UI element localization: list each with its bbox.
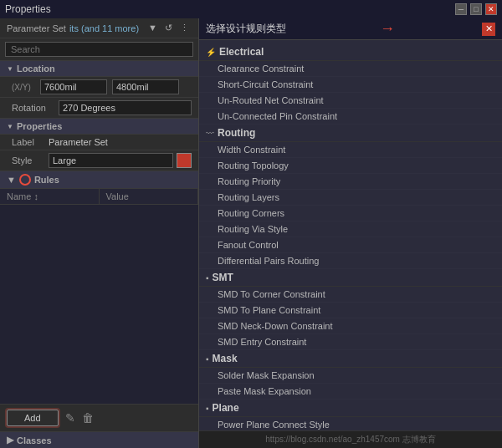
rules-table-body xyxy=(0,205,198,404)
rules-section: ▼ Rules Name ↕ Value Add ✎ 🗑 xyxy=(0,171,198,431)
location-triangle: ▼ xyxy=(7,65,13,73)
rule-item[interactable]: Un-Routed Net Constraint xyxy=(199,93,502,109)
rule-item[interactable]: Paste Mask Expansion xyxy=(199,384,502,400)
rule-item[interactable]: Power Plane Connect Style xyxy=(199,417,502,430)
properties-triangle: ▼ xyxy=(7,123,13,130)
rule-item[interactable]: Routing Priority xyxy=(199,174,502,190)
classes-header[interactable]: ▶ Classes xyxy=(0,431,198,448)
category-label: Plane xyxy=(213,402,239,414)
location-label: Location xyxy=(17,64,55,74)
xy-row: (X/Y) xyxy=(0,77,198,98)
right-close-button[interactable]: ✕ xyxy=(482,23,495,36)
rule-item[interactable]: Routing Layers xyxy=(199,190,502,206)
delete-icon[interactable]: 🗑 xyxy=(82,411,94,425)
close-button[interactable]: ✕ xyxy=(485,3,497,15)
rule-item[interactable]: Clearance Constraint xyxy=(199,61,502,77)
rule-item[interactable]: SMD To Corner Constraint xyxy=(199,287,502,303)
properties-label: Properties xyxy=(17,121,62,131)
xy-label: (X/Y) xyxy=(12,83,35,92)
main-content: Parameter Set its (and 11 more) ▼ ↺ ⋮ ▼ … xyxy=(0,18,502,448)
rule-category[interactable]: ▪Mask xyxy=(199,350,502,368)
rule-item[interactable]: Routing Via Style xyxy=(199,221,502,237)
menu-icon[interactable]: ⋮ xyxy=(177,22,192,34)
x-input[interactable] xyxy=(40,79,107,94)
rules-triangle: ▼ xyxy=(7,175,16,185)
right-top-bar: 选择设计规则类型 → ✕ xyxy=(199,18,502,40)
style-select-wrap: Large Small Medium xyxy=(49,153,192,168)
param-set-icons: ▼ ↺ ⋮ xyxy=(146,22,192,34)
rule-category[interactable]: ⚡Electrical xyxy=(199,43,502,61)
location-header[interactable]: ▼ Location xyxy=(0,61,198,77)
restore-button[interactable]: □ xyxy=(470,3,482,15)
properties-header[interactable]: ▼ Properties xyxy=(0,119,198,135)
rotation-label: Rotation xyxy=(12,103,54,113)
edit-icon[interactable]: ✎ xyxy=(65,411,75,425)
category-icon: ▪ xyxy=(206,404,209,413)
top-bar-title: Properties xyxy=(5,3,51,15)
rule-item[interactable]: Differential Pairs Routing xyxy=(199,253,502,269)
rule-item[interactable]: Routing Topology xyxy=(199,158,502,174)
search-bar xyxy=(0,38,198,61)
label-row: Label xyxy=(0,135,198,150)
category-label: SMT xyxy=(213,272,233,283)
classes-triangle: ▶ xyxy=(7,435,13,445)
left-panel: Parameter Set its (and 11 more) ▼ ↺ ⋮ ▼ … xyxy=(0,18,199,448)
style-field-label: Style xyxy=(12,155,44,165)
rules-col-name: Name ↕ xyxy=(0,189,100,204)
filter-icon[interactable]: ▼ xyxy=(146,22,160,34)
rules-categories-list: ⚡ElectricalClearance ConstraintShort-Cir… xyxy=(199,40,502,430)
refresh-icon[interactable]: ↺ xyxy=(162,22,175,34)
param-set-row: Parameter Set its (and 11 more) ▼ ↺ ⋮ xyxy=(0,18,198,38)
label-input[interactable] xyxy=(49,137,132,147)
rules-table: Name ↕ Value xyxy=(0,189,198,404)
category-icon: ▪ xyxy=(206,273,209,283)
category-label: Electrical xyxy=(219,46,264,58)
right-title: 选择设计规则类型 xyxy=(206,22,286,36)
rules-footer: Add ✎ 🗑 xyxy=(0,404,198,431)
style-select[interactable]: Large Small Medium xyxy=(49,153,173,168)
add-button[interactable]: Add xyxy=(7,410,59,426)
top-bar-controls: ─ □ ✕ xyxy=(455,3,497,15)
rotation-select[interactable]: 270 Degrees 0 Degrees 90 Degrees 180 Deg… xyxy=(59,100,192,115)
label-field-label: Label xyxy=(12,137,44,147)
color-swatch[interactable] xyxy=(177,153,192,168)
category-icon: ⚡ xyxy=(206,48,216,57)
top-bar: Properties ─ □ ✕ xyxy=(0,0,502,18)
rotation-row: Rotation 270 Degrees 0 Degrees 90 Degree… xyxy=(0,98,198,119)
rule-item[interactable]: Routing Corners xyxy=(199,206,502,221)
rules-label: Rules xyxy=(34,175,59,185)
category-icon: 〰 xyxy=(206,129,214,138)
category-label: Mask xyxy=(213,353,238,364)
rule-item[interactable]: Un-Connected Pin Constraint xyxy=(199,109,502,125)
rules-table-header: Name ↕ Value xyxy=(0,189,198,205)
category-icon: ▪ xyxy=(206,354,209,364)
rule-category[interactable]: ▪Plane xyxy=(199,400,502,417)
rules-col-value: Value xyxy=(100,189,199,204)
category-label: Routing xyxy=(218,127,255,139)
rule-item[interactable]: Short-Circuit Constraint xyxy=(199,77,502,93)
arrow-right-icon: → xyxy=(380,20,395,38)
rule-category[interactable]: 〰Routing xyxy=(199,125,502,142)
search-input[interactable] xyxy=(5,42,193,57)
rule-item[interactable]: Solder Mask Expansion xyxy=(199,368,502,384)
watermark: https://blog.csdn.net/ao_zh1457com 志博教育 xyxy=(199,430,502,448)
right-panel: 选择设计规则类型 → ✕ ⚡ElectricalClearance Constr… xyxy=(199,18,502,448)
rule-item[interactable]: SMD Entry Constraint xyxy=(199,334,502,350)
rule-category[interactable]: ▪SMT xyxy=(199,269,502,287)
param-set-label: Parameter Set xyxy=(7,23,66,33)
rules-badge xyxy=(19,174,31,186)
y-input[interactable] xyxy=(112,79,179,94)
rule-item[interactable]: Fanout Control xyxy=(199,237,502,253)
rule-item[interactable]: Width Constraint xyxy=(199,142,502,158)
rule-item[interactable]: SMD To Plane Constraint xyxy=(199,303,502,318)
param-set-value: its (and 11 more) xyxy=(69,23,139,33)
minimize-button[interactable]: ─ xyxy=(455,3,467,15)
classes-label: Classes xyxy=(17,435,52,445)
style-row: Style Large Small Medium xyxy=(0,150,198,171)
rules-header[interactable]: ▼ Rules xyxy=(0,171,198,189)
rule-item[interactable]: SMD Neck-Down Constraint xyxy=(199,318,502,334)
